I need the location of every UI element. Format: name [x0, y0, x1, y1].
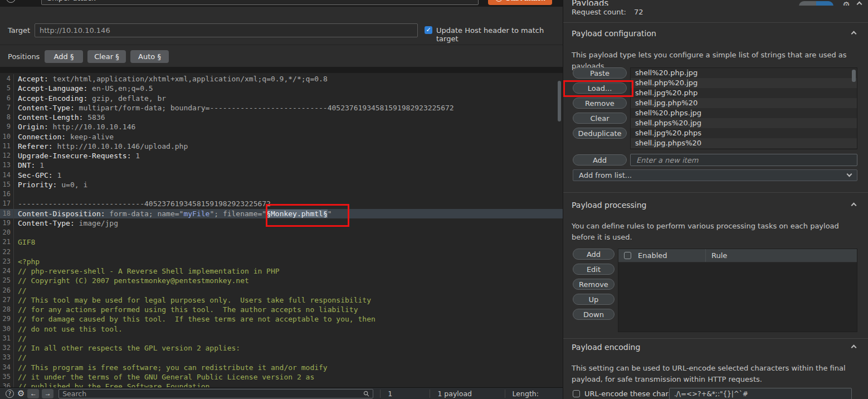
processing-remove-button[interactable]: Remove	[573, 279, 615, 290]
editor-line-9[interactable]: 9Origin: http://10.10.10.146	[0, 122, 563, 132]
editor-line-15[interactable]: 15Priority: u=0, i	[0, 180, 563, 189]
processing-edit-button[interactable]: Edit	[573, 264, 615, 275]
paste-button[interactable]: Paste	[573, 67, 627, 79]
editor-line-7[interactable]: 7Content-Type: multipart/form-data; boun…	[0, 103, 563, 113]
line-number: 30	[0, 324, 14, 334]
clear-section-button[interactable]: Clear §	[87, 50, 126, 63]
payload-item[interactable]: shell.jpg%20.php	[631, 88, 857, 98]
editor-line-19[interactable]: 19Content-Type: image/jpg	[0, 218, 563, 228]
line-number: 16	[0, 189, 14, 199]
editor-line-35[interactable]: 35// it under the terms of the GNU Gener…	[0, 372, 563, 382]
processing-add-button[interactable]: Add	[573, 249, 615, 260]
editor-line-10[interactable]: 10Connection: keep-alive	[0, 132, 563, 142]
line-number: 24	[0, 266, 14, 276]
payload-list[interactable]: shell%20.php.jpgshell.php%20.jpgshell.jp…	[630, 67, 857, 149]
update-host-checkbox[interactable]: ✓	[425, 26, 432, 34]
processing-down-button[interactable]: Down	[573, 309, 615, 320]
editor-line-12[interactable]: 12Upgrade-Insecure-Requests: 1	[0, 151, 563, 160]
editor-line-8[interactable]: 8Content-Length: 5836	[0, 113, 563, 122]
auto-section-button[interactable]: Auto §	[130, 50, 169, 63]
load-button[interactable]: Load...	[573, 82, 627, 94]
new-item-input[interactable]	[630, 154, 857, 166]
payload-encoding-title: Payload encoding	[572, 343, 640, 352]
payload-processing-title: Payload processing	[572, 201, 647, 210]
line-number: 15	[0, 180, 14, 189]
payload-item[interactable]: shell.jpg.phps%20	[631, 138, 857, 148]
payload-item[interactable]: shell.phps%20.jpg	[631, 118, 857, 128]
help-icon[interactable]: ?	[6, 390, 14, 398]
editor-line-21[interactable]: 21GIF8	[0, 237, 563, 247]
editor-line-23[interactable]: 23<?php	[0, 257, 563, 266]
gear-icon[interactable]: ⚙	[17, 388, 25, 398]
attack-type-select[interactable]: Sniper attack	[41, 0, 479, 5]
editor-line-22[interactable]: 22	[0, 247, 563, 257]
search-field[interactable]	[58, 389, 373, 398]
payload-item[interactable]: shell.jpg%20.phps	[631, 128, 857, 138]
line-number: 14	[0, 171, 14, 180]
payload-item[interactable]: shell.php%20.jpg	[631, 78, 857, 88]
next-match-button[interactable]: →	[42, 389, 53, 398]
url-encode-chars-input[interactable]	[669, 388, 852, 399]
editor-line-17[interactable]: 17-----------------------------405237619…	[0, 199, 563, 208]
editor-line-18[interactable]: 18Content-Disposition: form-data; name="…	[0, 209, 563, 218]
editor-line-28[interactable]: 28// for any actions performed using thi…	[0, 305, 563, 314]
editor-line-34[interactable]: 34// This program is free software; you …	[0, 363, 563, 372]
processing-up-button[interactable]: Up	[573, 294, 615, 305]
editor-line-33[interactable]: 33//	[0, 353, 563, 362]
collapse-configuration-icon[interactable]	[851, 31, 857, 37]
collapse-processing-icon[interactable]	[851, 203, 857, 208]
editor-line-11[interactable]: 11Referer: http://10.10.10.146/upload.ph…	[0, 142, 563, 151]
enabled-all-checkbox[interactable]	[624, 252, 631, 259]
gear-icon[interactable]: ⚙	[843, 0, 850, 6]
editor-line-14[interactable]: 14Sec-GPC: 1	[0, 171, 563, 180]
add-section-button[interactable]: Add §	[45, 50, 83, 63]
processing-table-body[interactable]	[618, 262, 857, 332]
editor-line-6[interactable]: 6Accept-Encoding: gzip, deflate, br	[0, 94, 563, 103]
line-number: 4	[0, 74, 14, 84]
payload-item[interactable]: shell%20.phps.jpg	[631, 108, 857, 118]
divider	[563, 22, 868, 23]
target-label: Target	[8, 26, 30, 35]
url-encode-checkbox[interactable]	[573, 390, 580, 397]
request-editor[interactable]: 4Accept: text/html,application/xhtml+xml…	[0, 73, 563, 387]
add-payload-button[interactable]: Add	[573, 154, 627, 166]
panel-toggle[interactable]	[799, 1, 833, 6]
collapse-panel-icon[interactable]	[857, 2, 862, 6]
line-number: 33	[0, 353, 14, 362]
line-number: 28	[0, 305, 14, 314]
editor-line-30[interactable]: 30// do not use this tool.	[0, 324, 563, 334]
remove-button[interactable]: Remove	[573, 98, 627, 109]
add-from-list-select[interactable]: Add from list...	[573, 169, 857, 181]
payload-list-scrollbar[interactable]	[852, 70, 856, 82]
editor-line-16[interactable]: 16	[0, 189, 563, 199]
target-input[interactable]	[35, 23, 418, 37]
editor-line-25[interactable]: 25// Copyright (C) 2007 pentestmonkey@pe…	[0, 276, 563, 285]
line-number: 5	[0, 84, 14, 93]
search-input[interactable]	[62, 390, 363, 398]
editor-line-20[interactable]: 20	[0, 228, 563, 237]
start-attack-button[interactable]: ▶ Start attack	[488, 0, 552, 5]
editor-line-24[interactable]: 24// php-reverse-shell - A Reverse Shell…	[0, 266, 563, 276]
editor-line-27[interactable]: 27// This tool may be used for legal pur…	[0, 295, 563, 305]
help-icon[interactable]: ?	[6, 0, 16, 3]
line-number: 19	[0, 218, 14, 228]
editor-line-13[interactable]: 13DNT: 1	[0, 160, 563, 170]
editor-line-4[interactable]: 4Accept: text/html,application/xhtml+xml…	[0, 74, 563, 84]
editor-line-5[interactable]: 5Accept-Language: en-US,en;q=0.5	[0, 84, 563, 93]
intruder-left-panel: ? Sniper attack ▶ Start attack Target ✓ …	[0, 0, 563, 399]
editor-line-32[interactable]: 32// In all other respects the GPL versi…	[0, 343, 563, 353]
line-number: 35	[0, 372, 14, 382]
prev-match-button[interactable]: ←	[27, 389, 39, 398]
editor-line-29[interactable]: 29// for damage caused by this tool. If …	[0, 314, 563, 324]
collapse-encoding-icon[interactable]	[851, 345, 857, 351]
editor-line-31[interactable]: 31//	[0, 334, 563, 343]
payload-item[interactable]: shell.jpg.php%20	[631, 98, 857, 108]
editor-scrollbar[interactable]	[558, 81, 561, 121]
payload-item[interactable]: shell%20.php.jpg	[631, 68, 857, 78]
editor-line-36[interactable]: 36// published by the Free Software Foun…	[0, 382, 563, 387]
payloads-panel: Payloads ⚙ Request count: 72 Payload con…	[563, 0, 868, 399]
editor-line-26[interactable]: 26//	[0, 286, 563, 295]
deduplicate-button[interactable]: Deduplicate	[573, 128, 627, 139]
clear-button[interactable]: Clear	[573, 113, 627, 124]
request-count-label: Request count:	[572, 8, 626, 16]
